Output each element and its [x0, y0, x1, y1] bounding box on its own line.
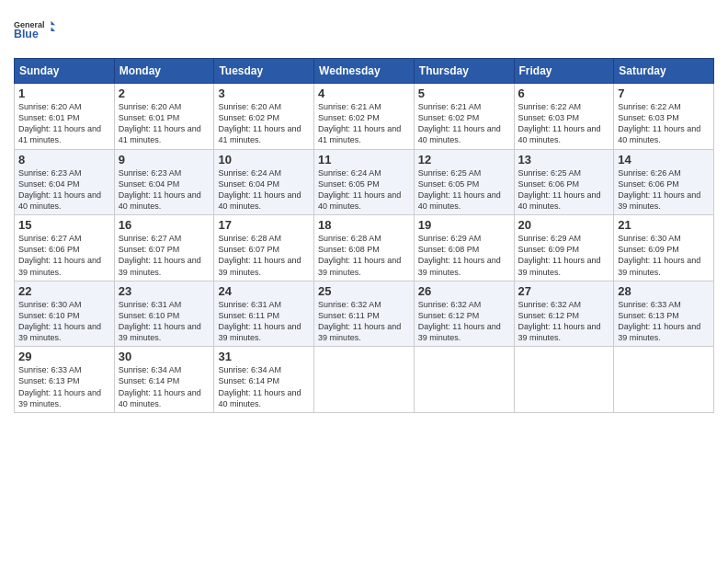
day-number: 20 [518, 218, 610, 232]
page: General Blue SundayMondayTuesdayWednesda… [0, 0, 728, 563]
day-number: 21 [618, 218, 710, 232]
calendar-cell: 20Sunrise: 6:29 AMSunset: 6:09 PMDayligh… [514, 215, 614, 282]
calendar-header-sunday: Sunday [15, 59, 115, 84]
calendar-cell: 26Sunrise: 6:32 AMSunset: 6:12 PMDayligh… [414, 281, 514, 347]
day-info: Sunrise: 6:27 AMSunset: 6:07 PMDaylight:… [119, 233, 210, 278]
day-number: 29 [18, 350, 110, 363]
calendar-cell: 28Sunrise: 6:33 AMSunset: 6:13 PMDayligh… [614, 281, 714, 347]
day-info: Sunrise: 6:29 AMSunset: 6:08 PMDaylight:… [418, 233, 510, 278]
day-number: 15 [18, 218, 110, 232]
calendar-cell: 8Sunrise: 6:23 AMSunset: 6:04 PMDaylight… [15, 149, 115, 215]
day-number: 12 [418, 153, 510, 167]
calendar-table: SundayMondayTuesdayWednesdayThursdayFrid… [14, 58, 714, 413]
day-number: 10 [218, 153, 310, 167]
day-number: 19 [418, 218, 510, 232]
day-number: 3 [218, 86, 310, 100]
svg-text:Blue: Blue [14, 28, 39, 40]
calendar-header-friday: Friday [514, 59, 614, 84]
day-info: Sunrise: 6:23 AMSunset: 6:04 PMDaylight:… [119, 167, 210, 213]
calendar-cell: 13Sunrise: 6:25 AMSunset: 6:06 PMDayligh… [514, 149, 614, 215]
calendar-cell: 25Sunrise: 6:32 AMSunset: 6:11 PMDayligh… [314, 281, 415, 347]
day-info: Sunrise: 6:28 AMSunset: 6:08 PMDaylight:… [318, 233, 410, 278]
calendar-cell [414, 347, 514, 413]
calendar-cell [314, 347, 415, 413]
calendar-cell: 14Sunrise: 6:26 AMSunset: 6:06 PMDayligh… [614, 149, 714, 215]
calendar-cell [614, 347, 714, 413]
calendar-cell: 10Sunrise: 6:24 AMSunset: 6:04 PMDayligh… [214, 149, 314, 215]
day-number: 23 [119, 284, 210, 298]
calendar-cell: 9Sunrise: 6:23 AMSunset: 6:04 PMDaylight… [114, 149, 214, 215]
day-number: 5 [418, 86, 510, 100]
day-info: Sunrise: 6:20 AMSunset: 6:01 PMDaylight:… [119, 101, 210, 146]
calendar-cell: 21Sunrise: 6:30 AMSunset: 6:09 PMDayligh… [614, 215, 714, 282]
calendar-cell: 11Sunrise: 6:24 AMSunset: 6:05 PMDayligh… [314, 149, 415, 215]
calendar-week-2: 8Sunrise: 6:23 AMSunset: 6:04 PMDaylight… [15, 149, 714, 215]
calendar-cell: 24Sunrise: 6:31 AMSunset: 6:11 PMDayligh… [214, 281, 314, 347]
day-info: Sunrise: 6:25 AMSunset: 6:05 PMDaylight:… [418, 167, 510, 213]
calendar-week-5: 29Sunrise: 6:33 AMSunset: 6:13 PMDayligh… [15, 347, 714, 413]
day-info: Sunrise: 6:28 AMSunset: 6:07 PMDaylight:… [218, 233, 310, 278]
day-number: 28 [618, 284, 710, 298]
day-info: Sunrise: 6:34 AMSunset: 6:14 PMDaylight:… [218, 364, 310, 409]
day-number: 8 [18, 153, 110, 167]
calendar-cell: 5Sunrise: 6:21 AMSunset: 6:02 PMDaylight… [414, 84, 514, 150]
day-info: Sunrise: 6:33 AMSunset: 6:13 PMDaylight:… [18, 364, 110, 409]
calendar-cell: 15Sunrise: 6:27 AMSunset: 6:06 PMDayligh… [15, 215, 115, 282]
calendar-cell: 16Sunrise: 6:27 AMSunset: 6:07 PMDayligh… [114, 215, 214, 282]
calendar-cell: 2Sunrise: 6:20 AMSunset: 6:01 PMDaylight… [114, 84, 214, 150]
day-number: 18 [318, 218, 410, 232]
calendar-cell: 22Sunrise: 6:30 AMSunset: 6:10 PMDayligh… [15, 281, 115, 347]
calendar-cell: 3Sunrise: 6:20 AMSunset: 6:02 PMDaylight… [214, 84, 314, 150]
logo: General Blue [14, 9, 55, 51]
calendar-cell: 31Sunrise: 6:34 AMSunset: 6:14 PMDayligh… [214, 347, 314, 413]
day-info: Sunrise: 6:33 AMSunset: 6:13 PMDaylight:… [618, 299, 710, 344]
day-info: Sunrise: 6:23 AMSunset: 6:04 PMDaylight:… [18, 167, 110, 213]
day-info: Sunrise: 6:31 AMSunset: 6:10 PMDaylight:… [119, 299, 210, 344]
calendar-cell: 7Sunrise: 6:22 AMSunset: 6:03 PMDaylight… [614, 84, 714, 150]
day-info: Sunrise: 6:34 AMSunset: 6:14 PMDaylight:… [119, 364, 210, 409]
calendar-week-3: 15Sunrise: 6:27 AMSunset: 6:06 PMDayligh… [15, 215, 714, 282]
day-number: 7 [618, 86, 710, 100]
day-number: 17 [218, 218, 310, 232]
calendar-cell: 17Sunrise: 6:28 AMSunset: 6:07 PMDayligh… [214, 215, 314, 282]
day-number: 27 [518, 284, 610, 298]
calendar-week-1: 1Sunrise: 6:20 AMSunset: 6:01 PMDaylight… [15, 84, 714, 150]
calendar-header-tuesday: Tuesday [214, 59, 314, 84]
day-info: Sunrise: 6:20 AMSunset: 6:02 PMDaylight:… [218, 101, 310, 146]
day-number: 11 [318, 153, 410, 167]
day-info: Sunrise: 6:31 AMSunset: 6:11 PMDaylight:… [218, 299, 310, 344]
logo-svg: General Blue [14, 9, 55, 51]
day-number: 22 [18, 284, 110, 298]
calendar-cell [514, 347, 614, 413]
day-number: 26 [418, 284, 510, 298]
calendar-cell: 19Sunrise: 6:29 AMSunset: 6:08 PMDayligh… [414, 215, 514, 282]
day-info: Sunrise: 6:24 AMSunset: 6:05 PMDaylight:… [318, 167, 410, 213]
day-number: 30 [119, 350, 210, 363]
day-info: Sunrise: 6:27 AMSunset: 6:06 PMDaylight:… [18, 233, 110, 278]
calendar-cell: 18Sunrise: 6:28 AMSunset: 6:08 PMDayligh… [314, 215, 415, 282]
calendar-cell: 29Sunrise: 6:33 AMSunset: 6:13 PMDayligh… [15, 347, 115, 413]
day-number: 16 [119, 218, 210, 232]
calendar-cell: 1Sunrise: 6:20 AMSunset: 6:01 PMDaylight… [15, 84, 115, 150]
calendar-week-4: 22Sunrise: 6:30 AMSunset: 6:10 PMDayligh… [15, 281, 714, 347]
day-number: 25 [318, 284, 410, 298]
day-number: 2 [119, 86, 210, 100]
day-info: Sunrise: 6:29 AMSunset: 6:09 PMDaylight:… [518, 233, 610, 278]
day-number: 14 [618, 153, 710, 167]
day-number: 4 [318, 86, 410, 100]
day-info: Sunrise: 6:20 AMSunset: 6:01 PMDaylight:… [18, 101, 110, 146]
calendar-header-row: SundayMondayTuesdayWednesdayThursdayFrid… [15, 59, 714, 84]
calendar-cell: 23Sunrise: 6:31 AMSunset: 6:10 PMDayligh… [114, 281, 214, 347]
day-number: 31 [218, 350, 310, 363]
day-info: Sunrise: 6:32 AMSunset: 6:12 PMDaylight:… [518, 299, 610, 344]
day-info: Sunrise: 6:22 AMSunset: 6:03 PMDaylight:… [618, 101, 710, 146]
day-number: 24 [218, 284, 310, 298]
calendar-cell: 27Sunrise: 6:32 AMSunset: 6:12 PMDayligh… [514, 281, 614, 347]
day-info: Sunrise: 6:21 AMSunset: 6:02 PMDaylight:… [418, 101, 510, 146]
calendar-header-saturday: Saturday [614, 59, 714, 84]
day-number: 1 [18, 86, 110, 100]
calendar-cell: 4Sunrise: 6:21 AMSunset: 6:02 PMDaylight… [314, 84, 415, 150]
day-number: 6 [518, 86, 610, 100]
calendar-cell: 12Sunrise: 6:25 AMSunset: 6:05 PMDayligh… [414, 149, 514, 215]
svg-marker-3 [51, 27, 56, 31]
